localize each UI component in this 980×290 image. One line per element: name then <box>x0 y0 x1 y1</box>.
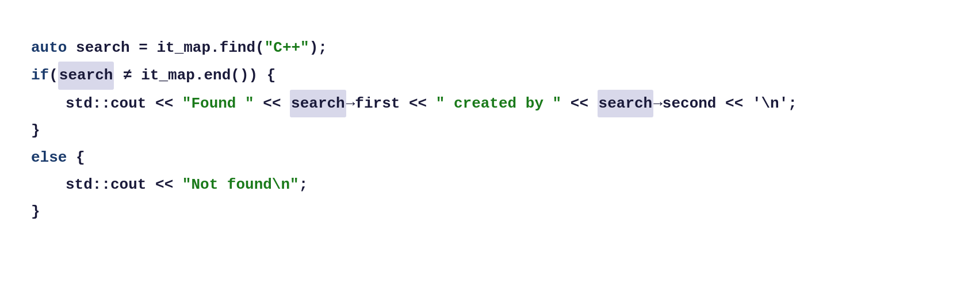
string-not-found: "Not found\n" <box>182 171 299 199</box>
keyword-else: else <box>31 144 67 171</box>
code-text: { <box>67 144 85 171</box>
code-text: ); <box>309 35 327 62</box>
code-line-5: else { <box>31 144 949 171</box>
code-line-1: auto search = it_map.find("C++"); <box>31 35 949 62</box>
close-brace: } <box>31 117 40 144</box>
code-line-6: std::cout << "Not found\n"; <box>31 171 949 199</box>
char-literal-newline: '\n' <box>752 90 788 117</box>
code-text: →second << <box>653 90 752 117</box>
code-text: << <box>254 90 290 117</box>
code-text: search = it_map.find( <box>67 35 264 62</box>
string-found: "Found " <box>182 90 254 117</box>
code-text: std::cout << <box>66 90 182 117</box>
keyword-auto: auto <box>31 35 67 62</box>
code-text: ; <box>299 171 308 199</box>
search-var-highlight-2: search <box>290 90 346 118</box>
keyword-if: if <box>31 62 49 89</box>
string-literal: "C++" <box>265 35 309 62</box>
code-line-7: } <box>31 199 949 226</box>
code-text: std::cout << <box>66 171 182 199</box>
code-line-2: if(search ≠ it_map.end()) { <box>31 62 949 90</box>
search-var-highlight: search <box>58 62 114 90</box>
string-created-by: " created by " <box>436 90 561 117</box>
code-text: ( <box>49 62 58 89</box>
code-line-4: } <box>31 117 949 144</box>
code-text: ≠ it_map.end()) { <box>114 62 275 89</box>
code-line-3: std::cout << "Found " << search→first <<… <box>31 90 949 118</box>
code-text: →first << <box>346 90 436 117</box>
indent-space <box>31 90 66 117</box>
search-var-highlight-3: search <box>598 90 654 118</box>
indent-space-2 <box>31 171 66 199</box>
code-text: ; <box>788 90 797 117</box>
close-brace-2: } <box>31 199 40 226</box>
code-text: << <box>561 90 597 117</box>
code-block: auto search = it_map.find("C++"); if(sea… <box>0 0 980 260</box>
